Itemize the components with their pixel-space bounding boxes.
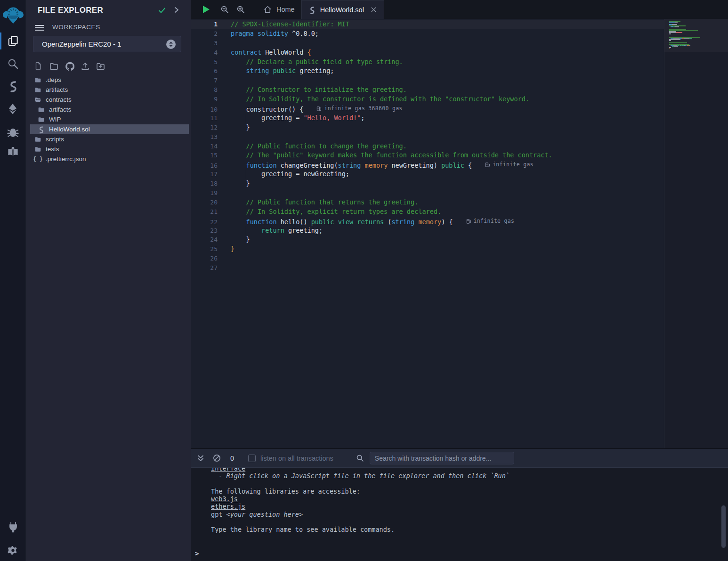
new-file-icon[interactable] bbox=[32, 61, 45, 72]
terminal-log-line: •ethers.js bbox=[211, 503, 719, 510]
workspaces-label: WORKSPACES bbox=[52, 24, 100, 31]
code-line-23[interactable]: 23 return greeting; bbox=[191, 226, 664, 236]
code-line-16[interactable]: 16 function changeGreeting(string memory… bbox=[191, 160, 664, 170]
code-line-9[interactable]: 9 // In Solidity, the constructor is def… bbox=[191, 95, 664, 104]
terminal-link-ethers-js[interactable]: ethers.js bbox=[211, 503, 245, 510]
line-number: 9 bbox=[191, 95, 218, 104]
code-line-17[interactable]: 17 greeting = newGreeting; bbox=[191, 170, 664, 179]
settings-icon[interactable] bbox=[0, 541, 26, 560]
workspace-select[interactable]: OpenZeppelin ERC20 - 1 bbox=[33, 36, 181, 52]
code-line-15[interactable]: 15 // The "public" keyword makes the fun… bbox=[191, 151, 664, 160]
code-line-13[interactable]: 13 bbox=[191, 132, 664, 142]
line-number: 23 bbox=[191, 226, 218, 236]
terminal-log-line: •gpt <your question here> bbox=[211, 511, 719, 518]
tree-item-label: artifacts bbox=[46, 86, 68, 93]
tree-item-artifacts[interactable]: artifacts bbox=[26, 105, 191, 114]
folder-icon bbox=[34, 146, 41, 153]
code-line-8[interactable]: 8 // Constructor to initialize the greet… bbox=[191, 85, 664, 95]
new-folder-icon[interactable] bbox=[48, 61, 60, 72]
tree-item--prettierrc-json[interactable]: { }.prettierrc.json bbox=[26, 154, 191, 164]
code-line-19[interactable]: 19 bbox=[191, 188, 664, 198]
code-line-12[interactable]: 12 } bbox=[191, 123, 664, 132]
terminal-link-web3-js[interactable]: web3.js bbox=[211, 495, 238, 503]
line-number: 7 bbox=[191, 76, 218, 85]
zoom-out-icon[interactable] bbox=[217, 0, 232, 19]
line-number: 15 bbox=[191, 151, 218, 160]
terminal-log-line: - Right click on a JavaScript file in th… bbox=[211, 472, 719, 480]
gas-estimate-badge: infinite gas 368600 gas bbox=[316, 104, 402, 114]
indent-guide bbox=[246, 114, 246, 123]
code-line-22[interactable]: 22 function hello() public view returns … bbox=[191, 217, 664, 226]
code-line-24[interactable]: 24 } bbox=[191, 235, 664, 244]
code-text: // The "public" keyword makes the functi… bbox=[231, 151, 552, 159]
code-line-27[interactable]: 27 bbox=[191, 263, 664, 273]
code-text: greeting = newGreeting; bbox=[231, 170, 349, 178]
line-number: 12 bbox=[191, 123, 218, 132]
tree-item-wip[interactable]: WIP bbox=[26, 114, 191, 124]
close-tab-icon[interactable] bbox=[370, 6, 377, 13]
solidity-compiler-icon[interactable] bbox=[0, 76, 26, 95]
folder-icon bbox=[34, 136, 41, 143]
deploy-run-icon[interactable] bbox=[0, 99, 26, 118]
tab-helloworld-sol[interactable]: HelloWorld.sol bbox=[301, 0, 384, 19]
code-line-3[interactable]: 3 bbox=[191, 39, 664, 48]
code-line-11[interactable]: 11 greeting = "Hello, World!"; bbox=[191, 114, 664, 123]
clone-github-icon[interactable] bbox=[64, 61, 76, 72]
tab-label: Home bbox=[276, 6, 295, 13]
code-text: } bbox=[231, 123, 250, 131]
code-editor[interactable]: 1// SPDX-License-Identifier: MIT2pragma … bbox=[191, 19, 664, 448]
terminal-prompt[interactable]: > bbox=[195, 550, 199, 557]
solidity-file-icon bbox=[308, 6, 316, 14]
tree-item-helloworld-sol[interactable]: HelloWorld.sol bbox=[30, 124, 189, 134]
upload-file-icon[interactable] bbox=[79, 61, 91, 72]
zoom-in-icon[interactable] bbox=[233, 0, 248, 19]
tree-item-label: .prettierrc.json bbox=[46, 155, 86, 163]
plugin-manager-icon[interactable] bbox=[0, 518, 26, 537]
code-line-21[interactable]: 21 // In Solidity, explicit return types… bbox=[191, 207, 664, 217]
workspaces-menu-icon[interactable] bbox=[34, 24, 45, 32]
code-line-25[interactable]: 25} bbox=[191, 244, 664, 254]
code-line-4[interactable]: 4contract HelloWorld { bbox=[191, 48, 664, 57]
code-line-1[interactable]: 1// SPDX-License-Identifier: MIT bbox=[191, 20, 664, 29]
debugger-icon[interactable] bbox=[0, 122, 26, 141]
tree-item--deps[interactable]: .deps bbox=[26, 75, 191, 85]
terminal-log: interface - Right click on a JavaScript … bbox=[211, 468, 719, 561]
chevron-right-icon[interactable] bbox=[173, 6, 180, 14]
code-text: // In Solidity, the constructor is defin… bbox=[231, 95, 529, 103]
clear-console-icon[interactable] bbox=[213, 454, 221, 462]
minimap[interactable] bbox=[669, 21, 726, 52]
code-line-5[interactable]: 5 // Declare a public field of type stri… bbox=[191, 57, 664, 67]
tree-item-contracts[interactable]: contracts bbox=[26, 95, 191, 105]
code-line-10[interactable]: 10 constructor() {infinite gas 368600 ga… bbox=[191, 104, 664, 114]
terminal-search-input[interactable] bbox=[370, 452, 514, 464]
code-line-20[interactable]: 20 // Public function that returns the g… bbox=[191, 198, 664, 207]
code-text: // SPDX-License-Identifier: MIT bbox=[231, 20, 349, 28]
file-explorer-icon[interactable] bbox=[0, 32, 26, 50]
run-script-button[interactable] bbox=[198, 0, 214, 19]
tree-item-artifacts[interactable]: artifacts bbox=[26, 85, 191, 95]
tab-home[interactable]: Home bbox=[257, 0, 301, 19]
tree-item-tests[interactable]: tests bbox=[26, 144, 191, 154]
expand-terminal-icon[interactable] bbox=[197, 455, 204, 462]
code-line-2[interactable]: 2pragma solidity ^0.8.0; bbox=[191, 29, 664, 39]
code-line-7[interactable]: 7 bbox=[191, 76, 664, 85]
workspace-select-arrows-icon bbox=[166, 39, 176, 49]
code-line-26[interactable]: 26 bbox=[191, 254, 664, 263]
search-icon[interactable] bbox=[0, 54, 26, 73]
learneth-icon[interactable] bbox=[0, 142, 26, 161]
tree-item-label: tests bbox=[46, 146, 59, 153]
code-text: string public greeting; bbox=[231, 67, 334, 74]
file-explorer-header: FILE EXPLORER bbox=[26, 0, 191, 21]
check-icon[interactable] bbox=[158, 6, 166, 15]
code-text: // Declare a public field of type string… bbox=[231, 58, 403, 65]
code-line-18[interactable]: 18 } bbox=[191, 179, 664, 188]
line-number: 19 bbox=[191, 188, 218, 198]
terminal-scrollbar-thumb[interactable] bbox=[721, 505, 726, 548]
tree-item-scripts[interactable]: scripts bbox=[26, 134, 191, 144]
listen-transactions-checkbox[interactable] bbox=[248, 455, 256, 462]
code-line-6[interactable]: 6 string public greeting; bbox=[191, 66, 664, 76]
upload-folder-icon[interactable] bbox=[95, 61, 107, 72]
code-line-14[interactable]: 14 // Public function to change the gree… bbox=[191, 142, 664, 151]
remix-logo-icon[interactable] bbox=[0, 2, 26, 27]
file-explorer-panel: FILE EXPLORER WORKSPACES OpenZeppelin ER… bbox=[26, 0, 191, 561]
